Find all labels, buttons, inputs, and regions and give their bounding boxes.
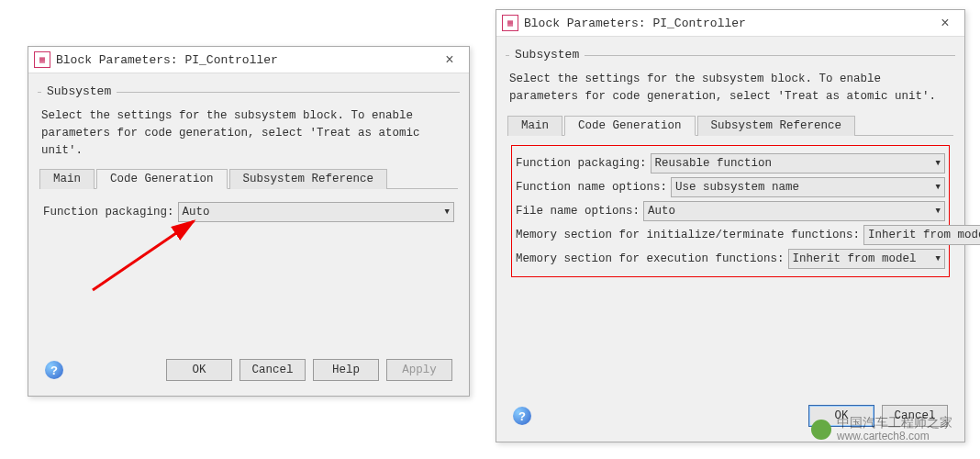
button-row: ? OK Cancel Help Apply bbox=[38, 352, 460, 388]
function-packaging-dropdown[interactable]: Reusable function ▼ bbox=[651, 153, 945, 174]
function-packaging-value: Reusable function bbox=[655, 157, 773, 170]
description-text: Select the settings for the subsystem bl… bbox=[41, 107, 456, 159]
tab-strip: Main Code Generation Subsystem Reference bbox=[39, 168, 458, 189]
memory-init-dropdown[interactable]: Inherit from model ▼ bbox=[863, 225, 980, 245]
function-name-options-value: Use subsystem name bbox=[675, 181, 799, 194]
watermark-text-2: www.cartech8.com bbox=[837, 431, 952, 442]
titlebar: ▦ Block Parameters: PI_Controller × bbox=[28, 47, 469, 73]
help-icon[interactable]: ? bbox=[513, 407, 531, 425]
tab-main[interactable]: Main bbox=[39, 169, 95, 189]
app-icon: ▦ bbox=[34, 51, 50, 68]
memory-exec-label: Memory section for execution functions: bbox=[516, 252, 785, 265]
watermark-text-1: 中国汽车工程师之家 bbox=[837, 416, 952, 430]
function-packaging-label: Function packaging: bbox=[43, 206, 174, 218]
tab-code-generation[interactable]: Code Generation bbox=[564, 116, 696, 136]
app-icon: ▦ bbox=[502, 15, 518, 31]
highlight-box: Function packaging: Reusable function ▼ … bbox=[511, 145, 950, 277]
watermark: 中国汽车工程师之家 www.cartech8.com bbox=[811, 416, 952, 442]
memory-exec-row: Memory section for execution functions: … bbox=[516, 249, 945, 269]
file-name-options-label: File name options: bbox=[516, 205, 640, 218]
chevron-down-icon: ▼ bbox=[445, 207, 450, 217]
chevron-down-icon: ▼ bbox=[936, 254, 941, 263]
cancel-button[interactable]: Cancel bbox=[239, 359, 306, 381]
help-button[interactable]: Help bbox=[313, 359, 379, 381]
function-packaging-label: Function packaging: bbox=[516, 157, 647, 170]
tab-main[interactable]: Main bbox=[507, 116, 562, 136]
apply-button[interactable]: Apply bbox=[386, 359, 452, 381]
chevron-down-icon: ▼ bbox=[936, 183, 941, 192]
description-text: Select the settings for the subsystem bl… bbox=[509, 71, 952, 106]
section-header: Subsystem bbox=[38, 84, 460, 98]
chevron-down-icon: ▼ bbox=[936, 207, 941, 216]
file-name-options-row: File name options: Auto ▼ bbox=[516, 201, 945, 221]
watermark-logo-icon bbox=[811, 420, 831, 440]
close-icon[interactable]: × bbox=[931, 15, 959, 31]
memory-init-label: Memory section for initialize/terminate … bbox=[516, 229, 860, 241]
memory-init-row: Memory section for initialize/terminate … bbox=[516, 225, 945, 245]
chevron-down-icon: ▼ bbox=[936, 159, 941, 168]
memory-exec-dropdown[interactable]: Inherit from model ▼ bbox=[788, 249, 945, 269]
memory-exec-value: Inherit from model bbox=[793, 252, 917, 265]
section-header: Subsystem bbox=[506, 48, 955, 62]
memory-init-value: Inherit from model bbox=[868, 229, 980, 241]
tab-content: Function packaging: Reusable function ▼ … bbox=[506, 136, 955, 283]
function-packaging-row: Function packaging: Auto ▼ bbox=[43, 202, 454, 222]
dialog-left: ▦ Block Parameters: PI_Controller × Subs… bbox=[28, 46, 470, 397]
dialog-right: ▦ Block Parameters: PI_Controller × Subs… bbox=[496, 9, 965, 442]
tab-content: Function packaging: Auto ▼ bbox=[38, 189, 460, 231]
tab-subsystem-reference[interactable]: Subsystem Reference bbox=[697, 116, 856, 136]
tab-code-generation[interactable]: Code Generation bbox=[96, 169, 228, 189]
ok-button[interactable]: OK bbox=[166, 359, 232, 381]
dialog-title: Block Parameters: PI_Controller bbox=[56, 53, 436, 67]
file-name-options-dropdown[interactable]: Auto ▼ bbox=[643, 201, 945, 221]
titlebar: ▦ Block Parameters: PI_Controller × bbox=[496, 10, 964, 37]
file-name-options-value: Auto bbox=[648, 205, 675, 218]
function-name-options-dropdown[interactable]: Use subsystem name ▼ bbox=[671, 177, 945, 197]
function-name-options-label: Function name options: bbox=[516, 181, 667, 194]
close-icon[interactable]: × bbox=[436, 51, 463, 68]
dialog-title: Block Parameters: PI_Controller bbox=[524, 17, 931, 30]
section-label: Subsystem bbox=[41, 84, 117, 98]
function-packaging-dropdown[interactable]: Auto ▼ bbox=[178, 202, 454, 222]
function-packaging-value: Auto bbox=[183, 206, 210, 218]
help-icon[interactable]: ? bbox=[45, 361, 63, 379]
tab-strip: Main Code Generation Subsystem Reference bbox=[507, 115, 953, 136]
section-label: Subsystem bbox=[509, 48, 585, 62]
function-name-options-row: Function name options: Use subsystem nam… bbox=[516, 177, 945, 197]
tab-subsystem-reference[interactable]: Subsystem Reference bbox=[229, 169, 388, 189]
function-packaging-row: Function packaging: Reusable function ▼ bbox=[516, 153, 945, 174]
